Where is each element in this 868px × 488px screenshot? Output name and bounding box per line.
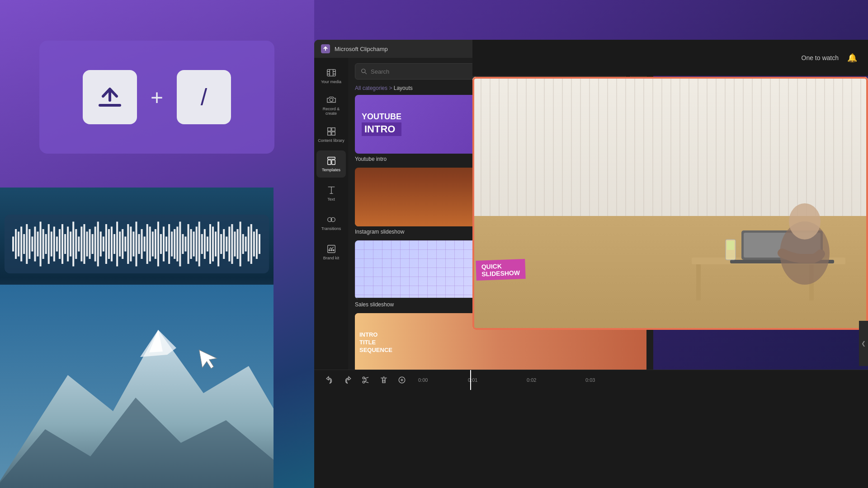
top-right-controls: One to watch 🔔	[472, 40, 868, 76]
svg-rect-40	[111, 227, 113, 262]
breadcrumb-current: Layouts	[394, 85, 413, 91]
svg-rect-74	[204, 229, 206, 259]
svg-rect-44	[122, 229, 123, 259]
upload-key-box	[83, 70, 137, 124]
svg-rect-35	[97, 222, 99, 267]
svg-rect-13	[37, 232, 39, 257]
svg-rect-0	[99, 104, 121, 107]
svg-rect-28	[78, 237, 80, 252]
svg-rect-53	[146, 224, 148, 264]
breadcrumb-separator: >	[389, 85, 393, 91]
svg-rect-4	[12, 237, 14, 252]
cut-button[interactable]	[359, 374, 372, 386]
add-clip-button[interactable]	[396, 374, 408, 386]
undo-button[interactable]	[323, 374, 336, 386]
playhead	[470, 370, 471, 390]
svg-rect-21	[59, 229, 61, 259]
svg-rect-55	[152, 232, 154, 257]
one-to-watch-label: One to watch	[802, 54, 839, 61]
svg-rect-57	[157, 222, 159, 267]
svg-rect-15	[42, 229, 44, 259]
svg-rect-89	[245, 237, 247, 252]
redo-button[interactable]	[341, 374, 354, 386]
svg-rect-66	[182, 234, 184, 254]
window-title: Microsoft Clipchamp	[335, 46, 388, 52]
svg-rect-69	[190, 229, 192, 259]
svg-rect-65	[179, 222, 181, 267]
svg-rect-17	[48, 224, 50, 264]
svg-line-119	[365, 72, 367, 74]
plus-icon: +	[151, 85, 163, 110]
timeline-area: 0:00 0:01 0:02 0:03	[314, 370, 868, 488]
svg-rect-61	[168, 224, 170, 264]
svg-rect-20	[56, 237, 58, 252]
svg-rect-25	[70, 232, 71, 257]
sidebar-item-text[interactable]: Text	[316, 180, 346, 207]
svg-rect-92	[253, 232, 255, 257]
yt-youtube-label: YOUTUBE	[362, 113, 401, 121]
time-mark-3: 0:03	[585, 377, 595, 383]
svg-rect-78	[215, 232, 217, 257]
svg-rect-48	[132, 232, 134, 257]
svg-rect-54	[149, 227, 151, 262]
svg-rect-76	[209, 224, 211, 264]
svg-rect-75	[207, 237, 208, 252]
svg-point-149	[363, 381, 365, 383]
notification-bell[interactable]: 🔔	[845, 51, 859, 65]
svg-rect-108	[331, 132, 335, 135]
delete-button[interactable]	[377, 374, 390, 386]
svg-rect-45	[124, 237, 126, 252]
svg-line-151	[365, 381, 368, 383]
svg-rect-6	[18, 232, 19, 257]
collapse-button[interactable]: ❮	[859, 321, 868, 366]
svg-line-152	[365, 379, 367, 380]
svg-rect-30	[83, 224, 85, 264]
svg-rect-60	[165, 237, 167, 252]
svg-rect-5	[15, 229, 17, 259]
sidebar-item-templates[interactable]: Templates	[316, 150, 346, 178]
svg-rect-59	[163, 227, 165, 262]
svg-rect-111	[331, 160, 335, 164]
svg-rect-50	[138, 234, 140, 254]
time-mark-2: 0:02	[527, 377, 536, 383]
sidebar-item-brand-kit[interactable]: Brand kit	[316, 239, 346, 266]
svg-rect-18	[51, 232, 52, 257]
mountain-silhouette	[0, 285, 274, 488]
svg-point-148	[363, 377, 365, 379]
time-mark-1: 0:01	[468, 377, 477, 383]
sidebar-label-record: Record & create	[316, 107, 346, 116]
yt-text: YOUTUBE INTRO	[362, 113, 401, 136]
template-icon	[326, 156, 336, 166]
sidebar-item-record[interactable]: Record & create	[316, 92, 346, 119]
svg-rect-97	[327, 70, 335, 76]
sidebar: Your media Record & create Content libra	[314, 58, 348, 370]
svg-rect-86	[236, 229, 238, 259]
svg-rect-31	[86, 232, 88, 257]
svg-rect-58	[160, 234, 162, 254]
waveform-svg	[11, 219, 262, 269]
camera-icon	[326, 95, 336, 105]
svg-rect-24	[67, 227, 69, 262]
sidebar-item-content-library[interactable]: Content library	[316, 121, 346, 148]
svg-rect-42	[116, 222, 118, 267]
svg-rect-73	[201, 234, 203, 254]
brand-icon	[326, 244, 336, 254]
svg-rect-93	[256, 229, 258, 259]
svg-rect-10	[28, 229, 30, 259]
svg-rect-106	[331, 128, 335, 131]
svg-rect-90	[248, 227, 250, 262]
sidebar-item-transitions[interactable]: Transitions	[316, 209, 346, 236]
svg-line-150	[365, 377, 368, 379]
svg-rect-32	[89, 229, 91, 259]
svg-rect-77	[212, 227, 214, 262]
breadcrumb-all-categories[interactable]: All categories	[355, 85, 387, 91]
preview-frame	[472, 77, 868, 330]
svg-rect-46	[127, 224, 129, 264]
sidebar-item-your-media[interactable]: Your media	[316, 62, 346, 89]
sidebar-label-transitions: Transitions	[321, 226, 341, 231]
svg-rect-70	[193, 232, 195, 257]
svg-point-104	[330, 98, 333, 101]
svg-rect-71	[196, 227, 198, 262]
time-ruler: 0:00 0:01 0:02 0:03	[414, 370, 859, 390]
svg-rect-36	[100, 232, 102, 257]
